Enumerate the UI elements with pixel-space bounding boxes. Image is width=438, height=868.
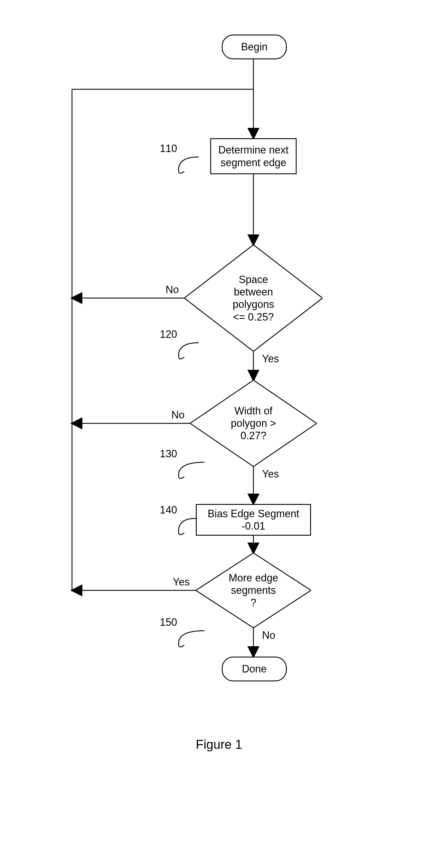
- ref-130: 130: [160, 448, 177, 460]
- figure-caption: Figure 1: [0, 737, 438, 752]
- decision-150-text: More edge segments ?: [196, 572, 311, 609]
- label-150-yes: Yes: [173, 576, 190, 588]
- decision-120-text: Space between polygons <= 0.25?: [184, 273, 322, 323]
- decision-130: Width of polygon > 0.27?: [190, 380, 317, 467]
- label-120-no: No: [165, 284, 179, 296]
- begin-label: Begin: [241, 41, 268, 53]
- flowchart-canvas: Begin Determine next segment edge 110 Sp…: [0, 0, 438, 868]
- process-140: Bias Edge Segment -0.01: [196, 504, 311, 536]
- decision-130-text: Width of polygon > 0.27?: [190, 405, 317, 442]
- decision-120: Space between polygons <= 0.25?: [184, 245, 322, 351]
- ref-hook-150: [167, 629, 207, 652]
- ref-hook-110: [167, 156, 201, 179]
- ref-150: 150: [160, 616, 177, 628]
- label-130-no: No: [171, 409, 185, 421]
- done-terminator: Done: [222, 657, 287, 681]
- ref-120: 120: [160, 328, 177, 340]
- decision-150: More edge segments ?: [196, 553, 311, 628]
- process-140-text: Bias Edge Segment -0.01: [208, 507, 299, 532]
- label-130-yes: Yes: [262, 468, 279, 480]
- process-110-text: Determine next segment edge: [218, 144, 288, 168]
- ref-hook-140: [167, 517, 199, 540]
- process-110: Determine next segment edge: [210, 138, 296, 174]
- done-label: Done: [242, 663, 267, 675]
- label-150-no: No: [262, 629, 275, 641]
- ref-110: 110: [160, 143, 177, 155]
- ref-hook-120: [167, 341, 201, 364]
- ref-hook-130: [167, 461, 207, 484]
- ref-140: 140: [160, 504, 177, 516]
- begin-terminator: Begin: [222, 35, 287, 59]
- label-120-yes: Yes: [262, 353, 279, 365]
